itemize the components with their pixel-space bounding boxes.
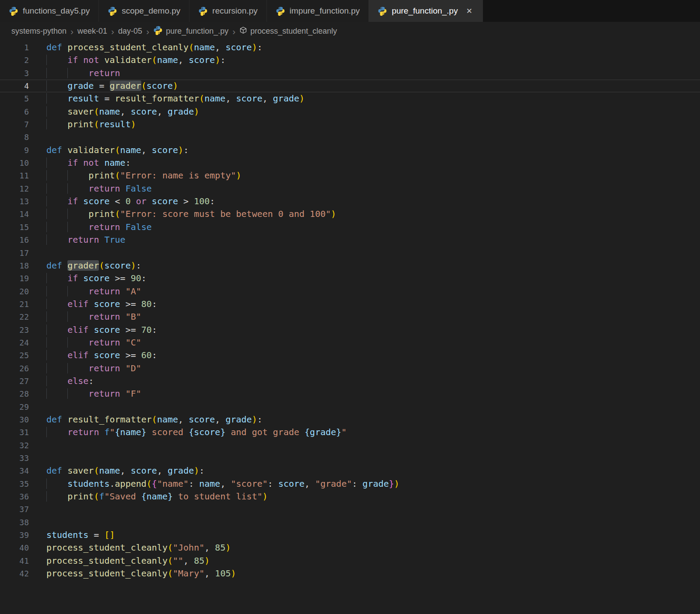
line-number[interactable]: 1 xyxy=(0,41,29,54)
line-number[interactable]: 7 xyxy=(0,118,29,131)
code-line[interactable]: 32 xyxy=(0,439,700,452)
code-line[interactable]: 31 return f"{name} scored {score} and go… xyxy=(0,426,700,439)
breadcrumb-item-systems-python[interactable]: systems-python xyxy=(11,27,66,36)
line-number[interactable]: 8 xyxy=(0,131,29,143)
line-number[interactable]: 14 xyxy=(0,208,29,220)
code-line[interactable]: 29 xyxy=(0,401,700,413)
code-line[interactable]: 6 saver(name, score, grade) xyxy=(0,105,700,118)
code-line[interactable]: 18def grader(score): xyxy=(0,259,700,272)
line-number[interactable]: 40 xyxy=(0,541,29,554)
line-number[interactable]: 12 xyxy=(0,182,29,195)
line-number[interactable]: 13 xyxy=(0,195,29,208)
code-line[interactable]: 39students = [] xyxy=(0,529,700,541)
code-line[interactable]: 33 xyxy=(0,452,700,464)
code-line[interactable]: 22 return "B" xyxy=(0,310,700,323)
code-line[interactable]: 15 return False xyxy=(0,221,700,234)
line-number[interactable]: 36 xyxy=(0,490,29,503)
line-number[interactable]: 33 xyxy=(0,452,29,464)
line-number[interactable]: 15 xyxy=(0,221,29,234)
breadcrumb-item-week-01[interactable]: week-01 xyxy=(77,27,107,36)
code-line[interactable]: 41process_student_cleanly("", 85) xyxy=(0,555,700,567)
line-number[interactable]: 20 xyxy=(0,285,29,298)
line-number[interactable]: 41 xyxy=(0,555,29,567)
line-number[interactable]: 19 xyxy=(0,272,29,285)
code-line[interactable]: 2 if not validater(name, score): xyxy=(0,54,700,66)
code-line[interactable]: 25 elif score >= 60: xyxy=(0,349,700,362)
tab-bar: functions_day5.pyscope_demo.pyrecursion.… xyxy=(0,0,700,22)
line-number[interactable]: 34 xyxy=(0,464,29,477)
code-line[interactable]: 3 return xyxy=(0,67,700,80)
code-line[interactable]: 12 return False xyxy=(0,182,700,195)
tab-impure_function.py[interactable]: impure_function.py xyxy=(267,0,369,22)
code-line[interactable]: 23 elif score >= 70: xyxy=(0,324,700,336)
code-line[interactable]: 7 print(result) xyxy=(0,118,700,131)
code-line[interactable]: 30def result_formatter(name, score, grad… xyxy=(0,413,700,426)
code-line[interactable]: 8 xyxy=(0,131,700,143)
breadcrumb-label: process_student_cleanly xyxy=(250,27,337,36)
line-number[interactable]: 32 xyxy=(0,439,29,452)
line-number[interactable]: 25 xyxy=(0,349,29,362)
code-line[interactable]: 11 print("Error: name is empty") xyxy=(0,169,700,182)
code-line[interactable]: 17 xyxy=(0,247,700,259)
line-number[interactable]: 2 xyxy=(0,54,29,66)
tab-scope_demo.py[interactable]: scope_demo.py xyxy=(99,0,189,22)
code-line[interactable]: 10 if not name: xyxy=(0,157,700,169)
code-line[interactable]: 4 grade = grader(score) xyxy=(0,80,700,92)
line-number[interactable]: 37 xyxy=(0,503,29,516)
close-tab-icon[interactable]: ✕ xyxy=(465,7,473,16)
code-line[interactable]: 38 xyxy=(0,516,700,529)
code-line[interactable]: 20 return "A" xyxy=(0,285,700,298)
line-number[interactable]: 42 xyxy=(0,567,29,580)
tab-functions_day5.py[interactable]: functions_day5.py xyxy=(0,0,99,22)
line-number[interactable]: 30 xyxy=(0,413,29,426)
code-line[interactable]: 26 return "D" xyxy=(0,362,700,375)
line-number[interactable]: 18 xyxy=(0,259,29,272)
line-number[interactable]: 29 xyxy=(0,401,29,413)
code-line[interactable]: 35 students.append({"name": name, "score… xyxy=(0,478,700,490)
code-line[interactable]: 37 xyxy=(0,503,700,516)
line-number[interactable]: 5 xyxy=(0,92,29,105)
code-text: return "D" xyxy=(46,362,141,375)
line-number[interactable]: 3 xyxy=(0,67,29,80)
line-number[interactable]: 16 xyxy=(0,234,29,246)
line-number[interactable]: 21 xyxy=(0,298,29,310)
line-number[interactable]: 6 xyxy=(0,105,29,118)
tab-recursion.py[interactable]: recursion.py xyxy=(189,0,267,22)
tab-label: recursion.py xyxy=(212,6,258,16)
line-number[interactable]: 24 xyxy=(0,336,29,349)
line-number[interactable]: 22 xyxy=(0,310,29,323)
line-number[interactable]: 10 xyxy=(0,157,29,169)
code-line[interactable]: 9def validater(name, score): xyxy=(0,144,700,157)
breadcrumb-item-process_student_cleanly[interactable]: process_student_cleanly xyxy=(239,26,337,36)
code-line[interactable]: 5 result = result_formatter(name, score,… xyxy=(0,92,700,105)
line-number[interactable]: 31 xyxy=(0,426,29,439)
line-number[interactable]: 26 xyxy=(0,362,29,375)
code-line[interactable]: 21 elif score >= 80: xyxy=(0,298,700,310)
line-number[interactable]: 27 xyxy=(0,375,29,387)
code-line[interactable]: 1def process_student_cleanly(name, score… xyxy=(0,41,700,54)
breadcrumb-item-pure_function_.py[interactable]: pure_function_.py xyxy=(153,25,228,37)
code-line[interactable]: 24 return "C" xyxy=(0,336,700,349)
breadcrumb-item-day-05[interactable]: day-05 xyxy=(118,27,142,36)
line-number[interactable]: 4 xyxy=(0,80,29,92)
code-line[interactable]: 19 if score >= 90: xyxy=(0,272,700,285)
code-line[interactable]: 42process_student_cleanly("Mary", 105) xyxy=(0,567,700,580)
code-line[interactable]: 13 if score < 0 or score > 100: xyxy=(0,195,700,208)
line-number[interactable]: 23 xyxy=(0,324,29,336)
code-line[interactable]: 16 return True xyxy=(0,234,700,246)
code-line[interactable]: 36 print(f"Saved {name} to student list"… xyxy=(0,490,700,503)
line-number[interactable]: 35 xyxy=(0,478,29,490)
code-line[interactable]: 14 print("Error: score must be between 0… xyxy=(0,208,700,220)
line-number[interactable]: 9 xyxy=(0,144,29,157)
line-number[interactable]: 38 xyxy=(0,516,29,529)
code-line[interactable]: 27 else: xyxy=(0,375,700,387)
code-editor[interactable]: 1def process_student_cleanly(name, score… xyxy=(0,40,700,580)
line-number[interactable]: 17 xyxy=(0,247,29,259)
line-number[interactable]: 39 xyxy=(0,529,29,541)
line-number[interactable]: 11 xyxy=(0,169,29,182)
tab-pure_function_.py[interactable]: pure_function_.py✕ xyxy=(369,0,483,22)
line-number[interactable]: 28 xyxy=(0,387,29,400)
code-line[interactable]: 34def saver(name, score, grade): xyxy=(0,464,700,477)
code-line[interactable]: 28 return "F" xyxy=(0,387,700,400)
code-line[interactable]: 40process_student_cleanly("John", 85) xyxy=(0,541,700,554)
